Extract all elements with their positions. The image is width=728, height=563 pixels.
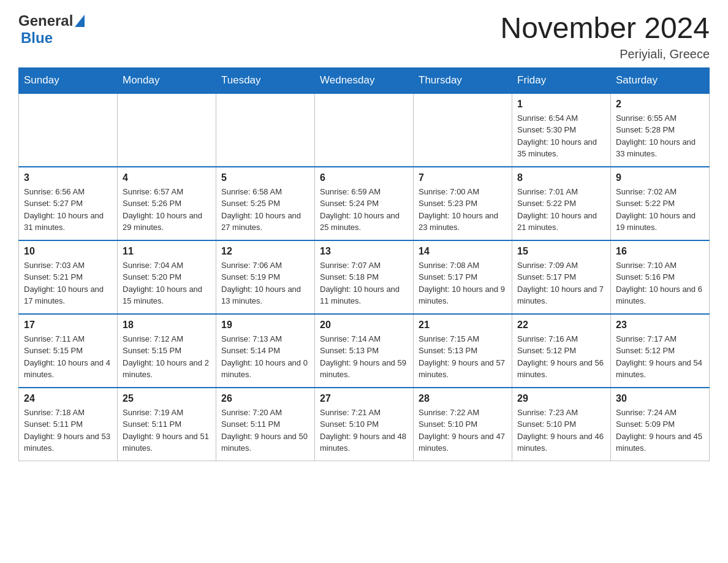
day-number: 24 <box>24 393 112 404</box>
day-info: Sunrise: 7:14 AM Sunset: 5:13 PM Dayligh… <box>320 333 408 381</box>
calendar-cell: 11Sunrise: 7:04 AM Sunset: 5:20 PM Dayli… <box>118 240 216 314</box>
calendar-cell: 27Sunrise: 7:21 AM Sunset: 5:10 PM Dayli… <box>315 388 414 461</box>
day-number: 16 <box>616 246 704 257</box>
calendar-table: SundayMondayTuesdayWednesdayThursdayFrid… <box>18 67 710 461</box>
calendar-cell <box>414 93 512 167</box>
day-info: Sunrise: 7:22 AM Sunset: 5:10 PM Dayligh… <box>419 407 507 454</box>
day-number: 4 <box>123 172 211 183</box>
day-number: 23 <box>616 320 704 331</box>
calendar-cell: 14Sunrise: 7:08 AM Sunset: 5:17 PM Dayli… <box>414 240 512 314</box>
calendar-cell: 18Sunrise: 7:12 AM Sunset: 5:15 PM Dayli… <box>118 314 216 388</box>
day-info: Sunrise: 7:20 AM Sunset: 5:11 PM Dayligh… <box>221 407 309 454</box>
calendar-cell <box>315 93 414 167</box>
day-number: 29 <box>517 393 605 404</box>
calendar-cell: 21Sunrise: 7:15 AM Sunset: 5:13 PM Dayli… <box>414 314 512 388</box>
day-info: Sunrise: 6:58 AM Sunset: 5:25 PM Dayligh… <box>221 186 309 234</box>
days-header-row: SundayMondayTuesdayWednesdayThursdayFrid… <box>19 67 710 93</box>
calendar-cell: 29Sunrise: 7:23 AM Sunset: 5:10 PM Dayli… <box>512 388 611 461</box>
day-info: Sunrise: 6:54 AM Sunset: 5:30 PM Dayligh… <box>517 112 605 160</box>
week-row-3: 10Sunrise: 7:03 AM Sunset: 5:21 PM Dayli… <box>19 240 710 314</box>
day-header-sunday: Sunday <box>19 67 118 93</box>
week-row-1: 1Sunrise: 6:54 AM Sunset: 5:30 PM Daylig… <box>19 93 710 167</box>
calendar-cell: 24Sunrise: 7:18 AM Sunset: 5:11 PM Dayli… <box>19 388 118 461</box>
day-number: 28 <box>419 393 507 404</box>
calendar-cell: 17Sunrise: 7:11 AM Sunset: 5:15 PM Dayli… <box>19 314 118 388</box>
day-number: 25 <box>123 393 211 404</box>
calendar-cell: 30Sunrise: 7:24 AM Sunset: 5:09 PM Dayli… <box>611 388 710 461</box>
calendar-cell: 16Sunrise: 7:10 AM Sunset: 5:16 PM Dayli… <box>611 240 710 314</box>
day-number: 11 <box>123 246 211 257</box>
day-info: Sunrise: 7:23 AM Sunset: 5:10 PM Dayligh… <box>517 407 605 454</box>
day-number: 13 <box>320 246 408 257</box>
day-number: 7 <box>419 172 507 183</box>
calendar-cell: 1Sunrise: 6:54 AM Sunset: 5:30 PM Daylig… <box>512 93 611 167</box>
day-info: Sunrise: 7:04 AM Sunset: 5:20 PM Dayligh… <box>123 259 211 307</box>
day-number: 15 <box>517 246 605 257</box>
logo: General Blue <box>18 12 85 47</box>
day-info: Sunrise: 7:21 AM Sunset: 5:10 PM Dayligh… <box>320 407 408 454</box>
title-section: November 2024 Periyiali, Greece <box>500 12 710 61</box>
day-info: Sunrise: 7:00 AM Sunset: 5:23 PM Dayligh… <box>419 186 507 234</box>
day-number: 5 <box>221 172 309 183</box>
calendar-cell: 8Sunrise: 7:01 AM Sunset: 5:22 PM Daylig… <box>512 167 611 240</box>
calendar-cell: 19Sunrise: 7:13 AM Sunset: 5:14 PM Dayli… <box>216 314 315 388</box>
logo-blue-text: Blue <box>21 29 53 46</box>
day-number: 26 <box>221 393 309 404</box>
day-number: 18 <box>123 320 211 331</box>
day-number: 2 <box>616 99 704 110</box>
calendar-cell: 9Sunrise: 7:02 AM Sunset: 5:22 PM Daylig… <box>611 167 710 240</box>
day-info: Sunrise: 7:18 AM Sunset: 5:11 PM Dayligh… <box>24 407 112 454</box>
calendar-cell <box>118 93 216 167</box>
day-number: 10 <box>24 246 112 257</box>
calendar-cell: 3Sunrise: 6:56 AM Sunset: 5:27 PM Daylig… <box>19 167 118 240</box>
day-info: Sunrise: 7:02 AM Sunset: 5:22 PM Dayligh… <box>616 186 704 234</box>
calendar-subtitle: Periyiali, Greece <box>500 47 710 61</box>
page-header: General Blue November 2024 Periyiali, Gr… <box>18 12 710 61</box>
day-number: 12 <box>221 246 309 257</box>
day-info: Sunrise: 6:57 AM Sunset: 5:26 PM Dayligh… <box>123 186 211 234</box>
day-info: Sunrise: 6:55 AM Sunset: 5:28 PM Dayligh… <box>616 112 704 160</box>
calendar-cell: 20Sunrise: 7:14 AM Sunset: 5:13 PM Dayli… <box>315 314 414 388</box>
day-number: 30 <box>616 393 704 404</box>
calendar-cell: 13Sunrise: 7:07 AM Sunset: 5:18 PM Dayli… <box>315 240 414 314</box>
calendar-cell: 4Sunrise: 6:57 AM Sunset: 5:26 PM Daylig… <box>118 167 216 240</box>
day-number: 3 <box>24 172 112 183</box>
calendar-cell: 10Sunrise: 7:03 AM Sunset: 5:21 PM Dayli… <box>19 240 118 314</box>
day-header-friday: Friday <box>512 67 611 93</box>
day-info: Sunrise: 7:09 AM Sunset: 5:17 PM Dayligh… <box>517 259 605 307</box>
day-info: Sunrise: 7:08 AM Sunset: 5:17 PM Dayligh… <box>419 259 507 307</box>
calendar-cell: 26Sunrise: 7:20 AM Sunset: 5:11 PM Dayli… <box>216 388 315 461</box>
calendar-cell: 2Sunrise: 6:55 AM Sunset: 5:28 PM Daylig… <box>611 93 710 167</box>
calendar-cell: 23Sunrise: 7:17 AM Sunset: 5:12 PM Dayli… <box>611 314 710 388</box>
day-info: Sunrise: 7:06 AM Sunset: 5:19 PM Dayligh… <box>221 259 309 307</box>
day-header-tuesday: Tuesday <box>216 67 315 93</box>
day-info: Sunrise: 6:56 AM Sunset: 5:27 PM Dayligh… <box>24 186 112 234</box>
day-header-saturday: Saturday <box>611 67 710 93</box>
day-info: Sunrise: 7:13 AM Sunset: 5:14 PM Dayligh… <box>221 333 309 381</box>
day-info: Sunrise: 7:12 AM Sunset: 5:15 PM Dayligh… <box>123 333 211 381</box>
calendar-cell: 22Sunrise: 7:16 AM Sunset: 5:12 PM Dayli… <box>512 314 611 388</box>
day-number: 21 <box>419 320 507 331</box>
day-number: 9 <box>616 172 704 183</box>
day-number: 1 <box>517 99 605 110</box>
day-header-thursday: Thursday <box>414 67 512 93</box>
day-number: 14 <box>419 246 507 257</box>
day-info: Sunrise: 7:15 AM Sunset: 5:13 PM Dayligh… <box>419 333 507 381</box>
week-row-4: 17Sunrise: 7:11 AM Sunset: 5:15 PM Dayli… <box>19 314 710 388</box>
day-info: Sunrise: 7:24 AM Sunset: 5:09 PM Dayligh… <box>616 407 704 454</box>
calendar-cell: 6Sunrise: 6:59 AM Sunset: 5:24 PM Daylig… <box>315 167 414 240</box>
logo-triangle-icon <box>75 15 85 27</box>
day-info: Sunrise: 6:59 AM Sunset: 5:24 PM Dayligh… <box>320 186 408 234</box>
day-info: Sunrise: 7:07 AM Sunset: 5:18 PM Dayligh… <box>320 259 408 307</box>
day-number: 22 <box>517 320 605 331</box>
day-info: Sunrise: 7:10 AM Sunset: 5:16 PM Dayligh… <box>616 259 704 307</box>
day-header-monday: Monday <box>118 67 216 93</box>
day-number: 27 <box>320 393 408 404</box>
day-info: Sunrise: 7:16 AM Sunset: 5:12 PM Dayligh… <box>517 333 605 381</box>
calendar-cell <box>216 93 315 167</box>
calendar-cell: 15Sunrise: 7:09 AM Sunset: 5:17 PM Dayli… <box>512 240 611 314</box>
day-number: 17 <box>24 320 112 331</box>
day-number: 6 <box>320 172 408 183</box>
week-row-2: 3Sunrise: 6:56 AM Sunset: 5:27 PM Daylig… <box>19 167 710 240</box>
calendar-title: November 2024 <box>500 12 710 45</box>
